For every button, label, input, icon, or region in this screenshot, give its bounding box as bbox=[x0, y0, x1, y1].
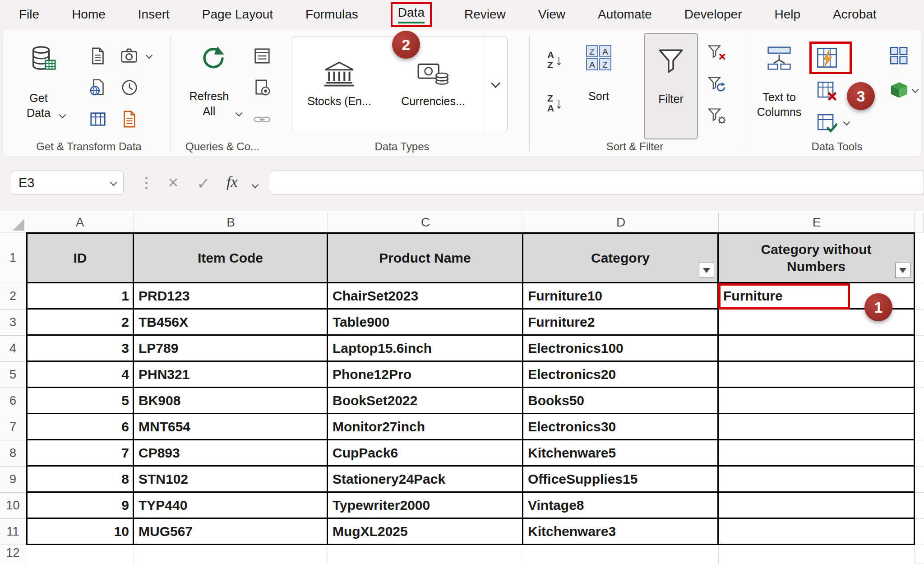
remove-duplicates-button[interactable] bbox=[815, 80, 839, 102]
filter-dropdown-button[interactable] bbox=[895, 263, 910, 278]
enter-button[interactable]: ✓ bbox=[197, 174, 210, 193]
cell-c2-product-name[interactable]: ChairSet2023 bbox=[328, 283, 523, 310]
cell-b7-item-code[interactable]: MNT654 bbox=[134, 414, 328, 440]
cell-d4-category[interactable]: Electronics100 bbox=[523, 336, 719, 362]
column-header-a[interactable]: A bbox=[26, 213, 134, 232]
get-data-button[interactable]: Get Data bbox=[17, 35, 69, 139]
name-box[interactable]: E3 bbox=[11, 171, 124, 195]
cell-e6-category-clean[interactable] bbox=[719, 388, 915, 414]
column-header-d[interactable]: D bbox=[523, 213, 719, 232]
cell-c7-product-name[interactable]: Monitor27inch bbox=[328, 414, 523, 440]
refresh-all-button[interactable]: Refresh All bbox=[183, 35, 244, 139]
cell-d2-category[interactable]: Furniture10 bbox=[523, 283, 719, 310]
cell-c12-empty[interactable] bbox=[328, 545, 523, 564]
cell-a10-id[interactable]: 9 bbox=[26, 493, 134, 519]
column-header-c[interactable]: C bbox=[328, 213, 523, 232]
recent-sources-button[interactable] bbox=[118, 76, 141, 99]
row-number-4[interactable]: 4 bbox=[0, 336, 26, 362]
cell-e7-category-clean[interactable] bbox=[719, 414, 915, 440]
insert-function-button[interactable]: fx bbox=[226, 173, 238, 190]
cell-b11-item-code[interactable]: MUG567 bbox=[134, 519, 328, 545]
cell-b12-empty[interactable] bbox=[134, 545, 328, 564]
row-number-9[interactable]: 9 bbox=[0, 467, 26, 493]
from-text-csv-button[interactable] bbox=[86, 45, 110, 67]
cell-c6-product-name[interactable]: BookSet2022 bbox=[328, 388, 523, 414]
data-types-gallery-dropdown[interactable] bbox=[484, 37, 507, 132]
row-number-6[interactable]: 6 bbox=[0, 388, 26, 414]
tab-developer[interactable]: Developer bbox=[684, 7, 742, 22]
tab-insert[interactable]: Insert bbox=[138, 7, 170, 22]
row-number-12[interactable]: 12 bbox=[0, 545, 26, 564]
queries-connections-button[interactable] bbox=[250, 45, 274, 67]
header-cell-item-code[interactable]: Item Code bbox=[134, 232, 328, 283]
tab-formulas[interactable]: Formulas bbox=[305, 7, 358, 22]
from-picture-button[interactable] bbox=[118, 45, 141, 67]
cell-b8-item-code[interactable]: CP893 bbox=[134, 440, 328, 467]
cell-e8-category-clean[interactable] bbox=[719, 440, 915, 467]
cell-d10-category[interactable]: Vintage8 bbox=[523, 493, 719, 519]
filter-dropdown-button[interactable] bbox=[699, 263, 714, 278]
tab-page-layout[interactable]: Page Layout bbox=[202, 7, 273, 22]
cell-b2-item-code[interactable]: PRD123 bbox=[134, 283, 328, 310]
cell-a4-id[interactable]: 3 bbox=[26, 336, 134, 362]
cell-a6-id[interactable]: 5 bbox=[26, 388, 134, 414]
tab-view[interactable]: View bbox=[538, 7, 565, 22]
sort-ascending-button[interactable]: AZ ↓ bbox=[540, 46, 570, 74]
row-number-8[interactable]: 8 bbox=[0, 440, 26, 467]
tab-file[interactable]: File bbox=[19, 7, 39, 22]
cell-b5-item-code[interactable]: PHN321 bbox=[134, 362, 328, 388]
tab-data[interactable]: Data bbox=[391, 2, 432, 27]
tab-home[interactable]: Home bbox=[72, 7, 106, 22]
text-to-columns-button[interactable]: Text to Columns bbox=[749, 35, 809, 139]
chevron-down-icon[interactable] bbox=[912, 86, 919, 93]
cell-b4-item-code[interactable]: LP789 bbox=[134, 336, 328, 362]
row-number-2[interactable]: 2 bbox=[0, 283, 26, 310]
reapply-filter-button[interactable] bbox=[705, 74, 729, 96]
cell-a7-id[interactable]: 6 bbox=[26, 414, 134, 440]
tab-automate[interactable]: Automate bbox=[598, 7, 652, 22]
cell-b10-item-code[interactable]: TYP440 bbox=[134, 493, 328, 519]
cell-d7-category[interactable]: Electronics30 bbox=[523, 414, 719, 440]
column-header-e[interactable]: E bbox=[719, 213, 915, 232]
existing-connections-button[interactable] bbox=[118, 108, 141, 130]
cell-b3-item-code[interactable]: TB456X bbox=[134, 310, 328, 336]
cell-e4-category-clean[interactable] bbox=[719, 336, 915, 362]
cell-e11-category-clean[interactable] bbox=[719, 519, 915, 545]
properties-button[interactable] bbox=[250, 76, 274, 99]
sort-descending-button[interactable]: ZA ↓ bbox=[540, 90, 570, 117]
cell-d6-category[interactable]: Books50 bbox=[523, 388, 719, 414]
row-number-1[interactable]: 1 bbox=[0, 232, 26, 283]
column-header-b[interactable]: B bbox=[134, 213, 328, 232]
select-all-corner[interactable] bbox=[0, 213, 26, 232]
cell-a2-id[interactable]: 1 bbox=[26, 283, 134, 310]
cell-b9-item-code[interactable]: STN102 bbox=[134, 467, 328, 493]
advanced-filter-button[interactable] bbox=[705, 105, 729, 128]
stocks-data-type[interactable]: Stocks (En... bbox=[292, 37, 386, 132]
cell-d9-category[interactable]: OfficeSupplies15 bbox=[523, 467, 719, 493]
cell-c3-product-name[interactable]: Table900 bbox=[328, 310, 523, 336]
row-number-7[interactable]: 7 bbox=[0, 414, 26, 440]
chevron-down-icon[interactable] bbox=[843, 119, 850, 126]
tab-review[interactable]: Review bbox=[464, 7, 506, 22]
cell-c11-product-name[interactable]: MugXL2025 bbox=[328, 519, 523, 545]
cell-d12-empty[interactable] bbox=[523, 545, 719, 564]
cell-c4-product-name[interactable]: Laptop15.6inch bbox=[328, 336, 523, 362]
clear-filter-button[interactable] bbox=[705, 42, 729, 65]
edit-links-button[interactable] bbox=[250, 108, 274, 130]
header-cell-category-without-numbers[interactable]: Category without Numbers bbox=[719, 232, 915, 283]
cell-e10-category-clean[interactable] bbox=[719, 493, 915, 519]
cell-a3-id[interactable]: 2 bbox=[26, 310, 134, 336]
from-table-range-button[interactable] bbox=[86, 108, 110, 130]
cell-e12-empty[interactable] bbox=[719, 545, 915, 564]
cell-d8-category[interactable]: Kitchenware5 bbox=[523, 440, 719, 467]
header-cell-category[interactable]: Category bbox=[523, 232, 719, 283]
cancel-button[interactable]: × bbox=[168, 172, 178, 193]
header-cell-product-name[interactable]: Product Name bbox=[328, 232, 523, 283]
cell-d11-category[interactable]: Kitchenware3 bbox=[523, 519, 719, 545]
cell-d5-category[interactable]: Electronics20 bbox=[523, 362, 719, 388]
cell-e5-category-clean[interactable] bbox=[719, 362, 915, 388]
cell-c5-product-name[interactable]: Phone12Pro bbox=[328, 362, 523, 388]
row-number-10[interactable]: 10 bbox=[0, 493, 26, 519]
cell-a11-id[interactable]: 10 bbox=[26, 519, 134, 545]
row-number-5[interactable]: 5 bbox=[0, 362, 26, 388]
